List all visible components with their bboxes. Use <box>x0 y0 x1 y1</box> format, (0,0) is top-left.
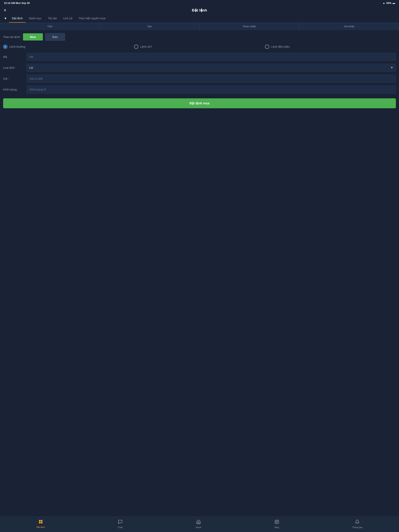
svg-rect-1 <box>41 520 42 521</box>
action-label: Thao tác lệnh: <box>3 35 21 38</box>
ma-field-row: Mã : <box>3 53 396 61</box>
action-row: Thao tác lệnh: Mua Bán <box>3 33 396 41</box>
status-time-date: 12:13 AM Mon Sep 30 <box>4 1 30 5</box>
dat-lenh-icon <box>38 519 43 525</box>
tab-dat-lenh[interactable]: Đặt lệnh <box>9 14 26 23</box>
bottom-nav-item-home[interactable]: Home <box>193 519 204 529</box>
svg-rect-0 <box>39 520 40 521</box>
gia-label: Giá : <box>3 77 26 80</box>
blog-label: Blog <box>275 526 279 528</box>
svg-rect-2 <box>39 522 40 523</box>
radio-lenh-thuong[interactable]: Lệnh thường <box>3 44 134 49</box>
ma-label: Mã : <box>3 55 26 58</box>
home-label: Home <box>196 526 201 528</box>
tab-thuc-hien[interactable]: Thực hiện quyền mua <box>75 14 109 23</box>
submit-button[interactable]: Đặt lệnh mua <box>3 98 396 108</box>
ma-input[interactable] <box>26 53 396 61</box>
loai-lenh-field-row: Loại lệnh : LO ATO ATC MTL MOK MAK <box>3 64 396 72</box>
battery-percent: 93% <box>386 1 391 5</box>
chat-label: Chat <box>118 526 122 528</box>
radio-circle-lenh-thuong <box>3 44 7 49</box>
radio-circle-lenh-dieu-kien <box>265 44 269 49</box>
status-right: ▲ 93% ▬ <box>383 1 395 5</box>
radio-label-lenh-247: Lệnh 247 <box>140 45 152 48</box>
header: ≡ Đặt lệnh <box>0 6 399 14</box>
gia-field-row: Giá : <box>3 75 396 83</box>
menu-icon[interactable]: ≡ <box>4 8 6 13</box>
loai-lenh-select[interactable]: LO ATO ATC MTL MOK MAK <box>26 64 396 72</box>
bottom-nav-item-thong-bao[interactable]: Thông báo <box>349 519 366 529</box>
dat-lenh-label: Đặt lệnh <box>37 526 45 528</box>
status-date: Mon Sep 30 <box>16 1 30 5</box>
khoi-luong-input[interactable] <box>26 85 396 94</box>
sub-tab-tran[interactable]: Trần <box>0 23 100 30</box>
radio-group: Lệnh thường Lệnh 247 Lệnh điều kiện <box>3 44 396 49</box>
sub-tab-san[interactable]: Sàn <box>100 23 200 30</box>
khoi-luong-field-row: Khối lượng : <box>3 85 396 94</box>
radio-circle-lenh-247 <box>134 44 138 49</box>
thong-bao-icon <box>355 519 360 525</box>
page-title: Đặt lệnh <box>192 8 207 13</box>
thong-bao-label: Thông báo <box>352 526 363 528</box>
status-bar: 12:13 AM Mon Sep 30 ▲ 93% ▬ <box>0 0 399 6</box>
sub-tabs: Trần Sàn Tham chiếu Giá khớp <box>0 23 399 30</box>
nav-tabs: ▼ Đặt lệnh Danh mục Tài sản Lịch sử Thực… <box>0 14 399 23</box>
buy-button[interactable]: Mua <box>23 33 43 40</box>
radio-label-lenh-dieu-kien: Lệnh điều kiện <box>271 45 290 48</box>
sub-tab-tham-chieu[interactable]: Tham chiếu <box>200 23 299 30</box>
tab-lich-su[interactable]: Lịch sử <box>60 14 75 23</box>
svg-rect-3 <box>41 522 42 523</box>
main-content: Thao tác lệnh: Mua Bán Lệnh thường Lệnh … <box>0 30 399 516</box>
radio-lenh-dieu-kien[interactable]: Lệnh điều kiện <box>265 44 396 49</box>
sub-tab-gia-khop[interactable]: Giá khớp <box>299 23 399 30</box>
gia-input[interactable] <box>26 75 396 83</box>
status-time: 12:13 AM <box>4 1 15 5</box>
bottom-nav-item-chat[interactable]: Chat <box>115 519 126 529</box>
radio-lenh-247[interactable]: Lệnh 247 <box>134 44 265 49</box>
bottom-nav-item-dat-lenh[interactable]: Đặt lệnh <box>33 519 48 529</box>
home-icon <box>196 519 201 525</box>
blog-icon <box>275 519 279 525</box>
sell-button[interactable]: Bán <box>45 33 65 41</box>
filter-icon[interactable]: ▼ <box>2 15 9 22</box>
khoi-luong-label: Khối lượng : <box>3 88 26 91</box>
bottom-nav: Đặt lệnh Chat Home Blog <box>0 516 399 532</box>
radio-label-lenh-thuong: Lệnh thường <box>9 45 25 48</box>
loai-lenh-label: Loại lệnh : <box>3 66 26 69</box>
battery-icon: ▬ <box>393 1 395 5</box>
wifi-icon: ▲ <box>383 1 385 5</box>
chat-icon <box>118 519 122 525</box>
tab-tai-san[interactable]: Tài sản <box>45 14 60 23</box>
tab-danh-muc[interactable]: Danh mục <box>26 14 45 23</box>
bottom-nav-item-blog[interactable]: Blog <box>271 519 282 529</box>
